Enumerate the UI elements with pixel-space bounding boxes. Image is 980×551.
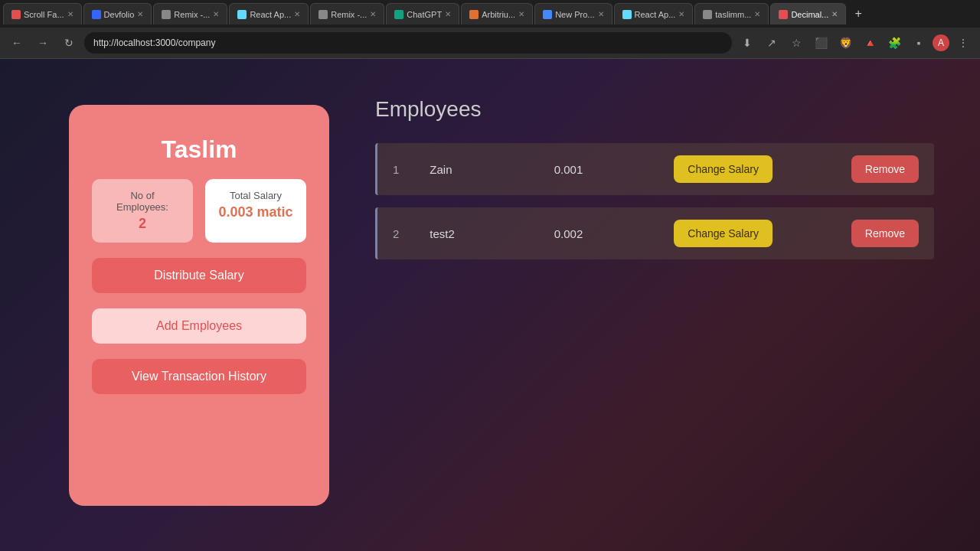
tab-close-icon[interactable]: ✕ — [518, 10, 524, 18]
bookmark-icon[interactable]: ☆ — [786, 32, 807, 54]
tab-favicon — [394, 10, 403, 19]
back-button[interactable]: ← — [6, 32, 28, 54]
tab-close-icon[interactable]: ✕ — [445, 10, 451, 18]
add-employees-button[interactable]: Add Employees — [92, 308, 306, 344]
share-icon[interactable]: ↗ — [761, 32, 782, 54]
tab-close-icon[interactable]: ✕ — [754, 10, 760, 18]
employees-stat-box: No of Employees: 2 — [92, 179, 193, 243]
employees-count: 2 — [104, 216, 181, 232]
browser-toolbar: ← → ↻ http://localhost:3000/company ⬇ ↗ … — [0, 28, 980, 58]
tab-close-icon[interactable]: ✕ — [598, 10, 604, 18]
extensions-icon[interactable]: ⬛ — [810, 32, 831, 54]
tab-close-icon[interactable]: ✕ — [294, 10, 300, 18]
tab-remix2[interactable]: Remix -... ✕ — [310, 3, 384, 24]
tab-favicon — [622, 10, 632, 19]
tab-taslim[interactable]: taslimm... ✕ — [694, 3, 769, 24]
tab-favicon — [162, 10, 171, 19]
salary-value: 0.003 matic — [217, 204, 294, 220]
rewards-icon[interactable]: 🔺 — [859, 32, 880, 54]
sidebar-toggle-icon[interactable]: ▪ — [908, 32, 929, 54]
tab-newproject[interactable]: New Pro... ✕ — [534, 3, 612, 24]
tab-close-icon[interactable]: ✕ — [831, 10, 838, 18]
reload-button[interactable]: ↻ — [58, 32, 80, 54]
tab-favicon — [469, 10, 479, 19]
tab-arbitrium[interactable]: Arbitriu... ✕ — [461, 3, 533, 24]
employee-index: 1 — [375, 143, 414, 195]
brave-icon[interactable]: 🦁 — [835, 32, 856, 54]
change-salary-button-1[interactable]: Change Salary — [674, 155, 773, 183]
tab-devfolio[interactable]: Devfolio ✕ — [83, 3, 152, 24]
employee-salary: 0.001 — [539, 143, 606, 195]
tab-decimal[interactable]: Decimal... ✕ — [770, 3, 846, 24]
employees-label: No of Employees: — [104, 190, 181, 213]
distribute-salary-button[interactable]: Distribute Salary — [92, 258, 306, 293]
tab-react1[interactable]: React Ap... ✕ — [229, 3, 309, 24]
app-background: Taslim No of Employees: 2 Total Salary 0… — [0, 59, 980, 551]
employees-title: Employees — [375, 97, 934, 122]
employee-name: Zain — [414, 143, 477, 195]
view-history-button[interactable]: View Transaction History — [92, 359, 306, 394]
tab-favicon — [703, 10, 712, 19]
tab-close-icon[interactable]: ✕ — [678, 10, 684, 18]
download-icon[interactable]: ⬇ — [737, 32, 758, 54]
table-row: 2 test2 0.002 Change Salary Rem — [375, 207, 934, 259]
menu-icon[interactable]: ⋮ — [952, 32, 974, 54]
salary-stat-box: Total Salary 0.003 matic — [205, 179, 306, 243]
tab-favicon — [92, 10, 101, 19]
company-name: Taslim — [162, 135, 237, 164]
tab-favicon — [11, 10, 21, 19]
tab-bar: Scroll Fa... ✕ Devfolio ✕ Remix -... ✕ R… — [0, 0, 980, 28]
employee-salary: 0.002 — [539, 207, 606, 259]
new-tab-button[interactable]: + — [848, 3, 869, 24]
tab-close-icon[interactable]: ✕ — [137, 10, 143, 18]
change-salary-button-2[interactable]: Change Salary — [674, 220, 773, 247]
address-bar[interactable]: http://localhost:3000/company — [84, 32, 732, 54]
tab-close-icon[interactable]: ✕ — [370, 10, 376, 18]
tab-close-icon[interactable]: ✕ — [213, 10, 219, 18]
remove-button-1[interactable]: Remove — [851, 155, 919, 183]
company-panel: Taslim No of Employees: 2 Total Salary 0… — [69, 105, 329, 506]
tab-remix1[interactable]: Remix -... ✕ — [153, 3, 227, 24]
employees-table: 1 Zain 0.001 Change Salary Remo — [375, 140, 934, 262]
salary-label: Total Salary — [217, 190, 294, 201]
employee-index: 2 — [375, 207, 414, 259]
toolbar-icons: ⬇ ↗ ☆ ⬛ 🦁 🔺 🧩 ▪ A ⋮ — [737, 32, 974, 54]
forward-button[interactable]: → — [32, 32, 54, 54]
tab-favicon — [237, 10, 247, 19]
browser-chrome: Scroll Fa... ✕ Devfolio ✕ Remix -... ✕ R… — [0, 0, 980, 59]
remove-button-2[interactable]: Remove — [851, 220, 919, 247]
stats-row: No of Employees: 2 Total Salary 0.003 ma… — [92, 179, 306, 243]
tab-react2[interactable]: React Ap... ✕ — [614, 3, 694, 24]
tab-close-icon[interactable]: ✕ — [67, 10, 74, 18]
tab-scrollfa[interactable]: Scroll Fa... ✕ — [3, 3, 82, 24]
tab-favicon — [318, 10, 328, 19]
tab-chatgpt[interactable]: ChatGPT ✕ — [386, 3, 459, 24]
profile-icon[interactable]: A — [933, 34, 949, 51]
employee-name: test2 — [414, 207, 477, 259]
employees-section: Employees 1 Zain 0.001 Change S — [329, 59, 980, 551]
tab-favicon — [779, 10, 788, 19]
table-row: 1 Zain 0.001 Change Salary Remo — [375, 143, 934, 195]
tab-favicon — [543, 10, 552, 19]
puzzle-icon[interactable]: 🧩 — [884, 32, 905, 54]
